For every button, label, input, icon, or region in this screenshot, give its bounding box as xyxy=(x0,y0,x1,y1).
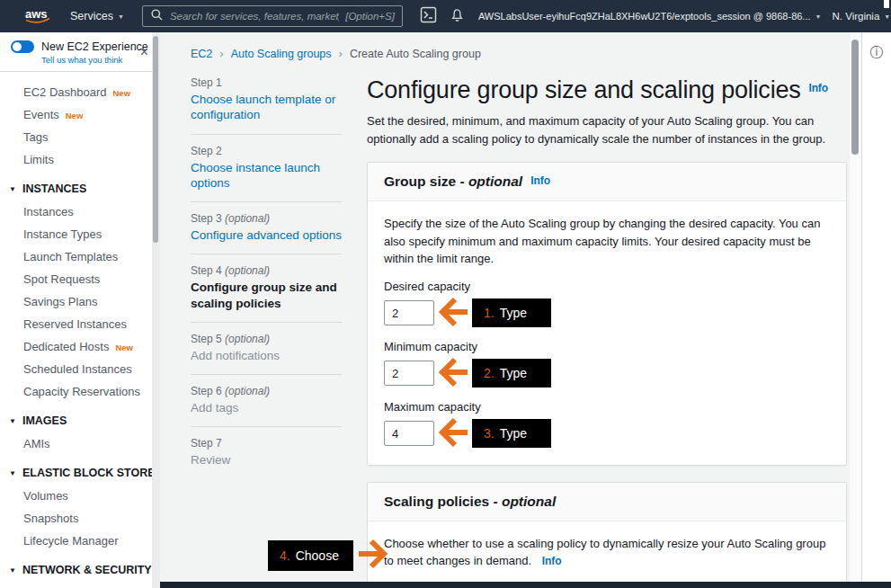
sidebar-item-ec2-dashboard[interactable]: EC2 DashboardNew xyxy=(0,81,160,103)
desired-capacity-field: Desired capacity 1.Type xyxy=(384,280,830,330)
step-1: Step 1 Choose launch template or configu… xyxy=(191,76,343,123)
sidebar-item-amis[interactable]: AMIs xyxy=(0,432,160,455)
step-2: Step 2 Choose instance launch options xyxy=(191,145,343,192)
step-7: Step 7 Review xyxy=(191,437,343,468)
services-menu[interactable]: Services ▼ xyxy=(70,10,124,22)
step-5: Step 5 (optional) Add notifications xyxy=(191,333,343,363)
page-description: Set the desired, minimum, and maximum ca… xyxy=(367,112,847,147)
chevron-down-icon: ▼ xyxy=(884,13,890,20)
breadcrumb-auto-scaling-groups[interactable]: Auto Scaling groups xyxy=(231,48,332,60)
annotation-arrow-right-icon xyxy=(356,539,388,573)
page-title: Configure group size and scaling policie… xyxy=(367,76,847,104)
step-2-link[interactable]: Choose instance launch options xyxy=(191,160,343,192)
search-shortcut-hint: [Option+S] xyxy=(345,11,395,22)
sidebar-item-snapshots[interactable]: Snapshots xyxy=(0,507,160,530)
group-size-card: Group size - optionalInfo Specify the si… xyxy=(367,162,847,466)
maximum-capacity-label: Maximum capacity xyxy=(384,400,830,414)
caret-down-icon: ▼ xyxy=(9,566,16,575)
annotation-step-4-choose: 4.Choose xyxy=(268,539,388,573)
sidebar-section-network-security[interactable]: ▼NETWORK & SECURITY xyxy=(0,560,160,580)
wizard-steps: Step 1 Choose launch template or configu… xyxy=(191,76,343,588)
new-experience-toggle[interactable] xyxy=(11,40,34,53)
search-input[interactable]: Search for services, features, marketpla… xyxy=(142,5,403,27)
svg-text:aws: aws xyxy=(25,7,48,21)
annotation-arrow-left-icon xyxy=(438,417,470,450)
divider xyxy=(191,201,342,202)
breadcrumb-ec2[interactable]: EC2 xyxy=(191,48,212,60)
minimum-capacity-input[interactable] xyxy=(384,361,434,386)
account-menu[interactable]: AWSLabsUser-eyihuFcq9ZHaL8XH6wU2T6/expto… xyxy=(478,11,822,22)
sidebar-item-instances[interactable]: Instances xyxy=(0,200,160,223)
new-badge: New xyxy=(115,343,133,352)
scaling-policies-header: Scaling policies - optional xyxy=(368,483,846,521)
sidebar-nav-list: EC2 DashboardNew EventsNew Tags Limits ▼… xyxy=(0,72,160,588)
scaling-policies-info-link[interactable]: Info xyxy=(542,555,562,567)
step-3-link[interactable]: Configure advanced options xyxy=(191,227,343,243)
cloudshell-icon[interactable] xyxy=(420,6,437,26)
new-experience-title: New EC2 Experience xyxy=(41,40,148,53)
info-circle-icon[interactable]: ⓘ xyxy=(870,44,884,59)
sidebar-section-images[interactable]: ▼IMAGES xyxy=(0,411,160,431)
breadcrumb-separator-icon: › xyxy=(219,47,223,60)
sidebar-item-reserved-instances[interactable]: Reserved Instances xyxy=(0,313,160,335)
caret-down-icon: ▼ xyxy=(9,185,16,193)
new-experience-banner: New EC2 Experience Tell us what you thin… xyxy=(0,32,160,72)
annotation-step-4-box: 4.Choose xyxy=(268,540,353,571)
title-info-link[interactable]: Info xyxy=(809,82,828,94)
tell-us-link[interactable]: Tell us what you think xyxy=(41,55,149,65)
maximum-capacity-input[interactable] xyxy=(384,421,434,446)
breadcrumb-separator-icon: › xyxy=(339,47,343,60)
sidebar-item-lifecycle-manager[interactable]: Lifecycle Manager xyxy=(0,530,160,552)
minimum-capacity-label: Minimum capacity xyxy=(384,340,830,353)
caret-down-icon: ▼ xyxy=(9,469,16,477)
desired-capacity-input[interactable] xyxy=(384,300,434,325)
sidebar-item-capacity-reservations[interactable]: Capacity Reservations xyxy=(0,380,160,403)
group-size-info-link[interactable]: Info xyxy=(530,174,550,187)
annotation-step-2-type: 2.Type xyxy=(472,359,551,388)
step-4-current: Step 4 (optional) Configure group size a… xyxy=(191,264,343,311)
divider xyxy=(191,134,342,135)
caret-down-icon: ▼ xyxy=(9,417,16,425)
step-6: Step 6 (optional) Add tags xyxy=(191,385,343,415)
step-6-label: Add tags xyxy=(191,400,343,415)
sidebar-item-tags[interactable]: Tags xyxy=(0,126,160,148)
sidebar-item-spot-requests[interactable]: Spot Requests xyxy=(0,268,160,290)
sidebar-scrollbar-thumb[interactable] xyxy=(153,36,158,243)
divider xyxy=(191,426,342,427)
bottom-bar xyxy=(160,582,891,588)
sidebar-item-events[interactable]: EventsNew xyxy=(0,103,160,126)
sidebar-item-savings-plans[interactable]: Savings Plans xyxy=(0,290,160,313)
close-icon[interactable]: × xyxy=(140,45,148,59)
right-rail: ⓘ xyxy=(850,32,891,588)
sidebar-item-volumes[interactable]: Volumes xyxy=(0,485,160,507)
region-selector[interactable]: N. Virginia ▼ xyxy=(832,11,890,22)
group-size-header: Group size - optionalInfo xyxy=(368,163,846,201)
desired-capacity-label: Desired capacity xyxy=(384,280,830,293)
sidebar-item-instance-types[interactable]: Instance Types xyxy=(0,223,160,245)
search-icon xyxy=(150,8,164,24)
divider xyxy=(191,254,342,254)
sidebar-scrollbar[interactable] xyxy=(152,32,160,588)
main-scrollbar-thumb[interactable] xyxy=(851,40,859,155)
step-1-link[interactable]: Choose launch template or configuration xyxy=(191,92,343,123)
sidebar-item-security-groups[interactable]: Security GroupsNew xyxy=(0,582,160,588)
breadcrumb-current: Create Auto Scaling group xyxy=(350,48,481,60)
sidebar-item-launch-templates[interactable]: Launch Templates xyxy=(0,245,160,268)
annotation-arrow-left-icon xyxy=(438,297,470,330)
sidebar-item-dedicated-hosts[interactable]: Dedicated HostsNew xyxy=(0,335,160,358)
main-scrollbar[interactable] xyxy=(850,32,861,588)
sidebar-item-scheduled-instances[interactable]: Scheduled Instances xyxy=(0,358,160,380)
annotation-step-3-type: 3.Type xyxy=(472,419,551,448)
sidebar-section-instances[interactable]: ▼INSTANCES xyxy=(0,179,160,199)
sidebar-item-limits[interactable]: Limits xyxy=(0,148,160,171)
aws-console-window: aws Services ▼ Search for services, feat… xyxy=(0,0,891,588)
maximum-capacity-field: Maximum capacity 3.Type xyxy=(384,400,830,450)
help-panel-strip: ⓘ xyxy=(861,32,891,588)
aws-logo[interactable]: aws xyxy=(23,6,52,27)
sidebar-section-ebs[interactable]: ▼ELASTIC BLOCK STORE xyxy=(0,463,160,483)
configure-form: Configure group size and scaling policie… xyxy=(367,76,847,588)
step-4-label: Configure group size and scaling policie… xyxy=(191,280,343,311)
annotation-step-1-type: 1.Type xyxy=(472,298,551,327)
scaling-policies-card: Scaling policies - optional Choose wheth… xyxy=(367,482,847,588)
notifications-bell-icon[interactable] xyxy=(450,7,465,26)
